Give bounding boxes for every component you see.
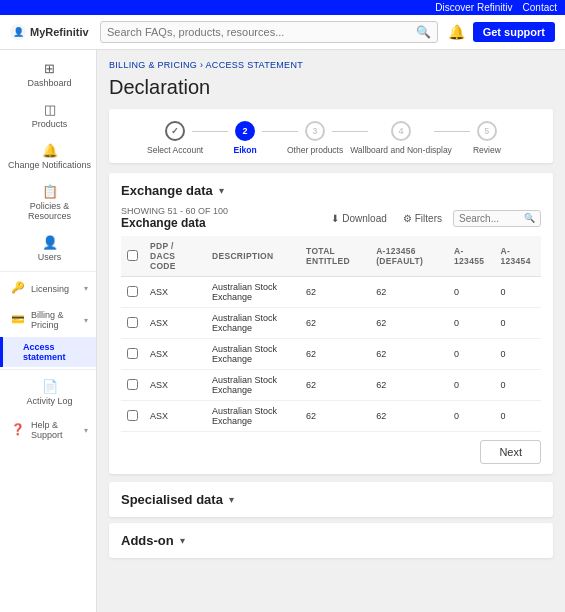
table-search[interactable]: 🔍 <box>453 210 541 227</box>
exchange-data-card: Exchange data ▾ SHOWING 51 - 60 OF 100 E… <box>109 173 553 474</box>
download-button[interactable]: ⬇ Download <box>326 211 391 226</box>
row-checkbox[interactable] <box>127 379 138 390</box>
select-all-checkbox[interactable] <box>127 250 138 261</box>
sidebar-item-change-notifications[interactable]: 🔔 Change Notifications <box>0 136 96 177</box>
table-row: ASX Australian Stock Exchange 62 62 0 0 <box>121 308 541 339</box>
th-col3: A-123454 <box>495 236 541 277</box>
exchange-section-title: Exchange data <box>121 183 213 198</box>
sidebar: ⊞ Dashboard ◫ Products 🔔 Change Notifica… <box>0 50 97 612</box>
sidebar-subitem-label: Access statement <box>23 342 66 362</box>
search-icon: 🔍 <box>524 213 535 223</box>
specialised-title: Specialised data <box>121 492 223 507</box>
sidebar-item-billing[interactable]: 💳 Billing & Pricing ▾ <box>0 303 96 337</box>
row-code: ASX <box>144 277 206 308</box>
addons-section[interactable]: Adds-on ▾ <box>109 523 553 558</box>
toolbar-left: SHOWING 51 - 60 OF 100 Exchange data <box>121 206 228 230</box>
table-title: Exchange data <box>121 216 228 230</box>
row-col1: 62 <box>370 308 448 339</box>
row-checkbox-cell <box>121 339 144 370</box>
exchange-dropdown-icon[interactable]: ▾ <box>219 185 224 196</box>
activity-icon: 📄 <box>42 379 58 394</box>
sidebar-item-label: Activity Log <box>26 396 72 406</box>
sidebar-item-label: Licensing <box>31 284 84 294</box>
layout: ⊞ Dashboard ◫ Products 🔔 Change Notifica… <box>0 50 565 612</box>
users-icon: 👤 <box>42 235 58 250</box>
row-col3: 0 <box>495 339 541 370</box>
sidebar-item-help[interactable]: ❓ Help & Support ▾ <box>0 413 96 447</box>
sidebar-item-access-statement[interactable]: Access statement <box>0 337 96 367</box>
step-circle-todo: 4 <box>391 121 411 141</box>
search-bar[interactable]: 🔍 <box>100 21 438 43</box>
row-description: Australian Stock Exchange <box>206 277 300 308</box>
billing-icon: 💳 <box>11 313 25 326</box>
step-circle-todo: 3 <box>305 121 325 141</box>
logo-area: 👤 MyRefinitiv <box>10 24 90 40</box>
step-label: Wallboard and Non-display <box>350 145 452 155</box>
sidebar-item-label: Dashboard <box>27 78 71 88</box>
sidebar-item-licensing[interactable]: 🔑 Licensing ▾ <box>0 274 96 303</box>
row-checkbox[interactable] <box>127 410 138 421</box>
contact-link[interactable]: Contact <box>523 2 557 13</box>
table-row: ASX Australian Stock Exchange 62 62 0 0 <box>121 401 541 432</box>
row-checkbox[interactable] <box>127 317 138 328</box>
step-select-account: ✓ Select Account <box>140 121 210 155</box>
row-col1: 62 <box>370 339 448 370</box>
table-search-input[interactable] <box>459 213 524 224</box>
header: 👤 MyRefinitiv 🔍 🔔 Get support <box>0 15 565 50</box>
sidebar-item-label: Billing & Pricing <box>31 310 84 330</box>
user-icon: 👤 <box>10 24 26 40</box>
row-col2: 0 <box>448 401 494 432</box>
filters-button[interactable]: ⚙ Filters <box>398 211 447 226</box>
breadcrumb-access: ACCESS STATEMENT <box>206 60 303 70</box>
addons-title: Adds-on <box>121 533 174 548</box>
sidebar-item-label: Policies & Resources <box>7 201 92 221</box>
sidebar-item-policies[interactable]: 📋 Policies & Resources <box>0 177 96 228</box>
sidebar-item-activity-log[interactable]: 📄 Activity Log <box>0 372 96 413</box>
row-col2: 0 <box>448 308 494 339</box>
notification-bell[interactable]: 🔔 <box>448 24 465 40</box>
next-button[interactable]: Next <box>480 440 541 464</box>
th-total: TOTAL ENTITLED <box>300 236 370 277</box>
sidebar-item-label: Change Notifications <box>8 160 91 170</box>
row-code: ASX <box>144 370 206 401</box>
step-circle-todo: 5 <box>477 121 497 141</box>
licensing-icon: 🔑 <box>11 281 25 294</box>
steps-wizard: ✓ Select Account 2 Eikon 3 Other product… <box>109 109 553 163</box>
discover-link[interactable]: Discover Refinitiv <box>435 2 512 13</box>
sidebar-item-dashboard[interactable]: ⊞ Dashboard <box>0 54 96 95</box>
row-code: ASX <box>144 339 206 370</box>
search-input[interactable] <box>107 26 416 38</box>
sidebar-item-label: Products <box>32 119 68 129</box>
row-checkbox-cell <box>121 277 144 308</box>
specialised-data-section[interactable]: Specialised data ▾ <box>109 482 553 517</box>
th-col1: A-123456 (DEFAULT) <box>370 236 448 277</box>
chevron-down-icon: ▾ <box>84 316 88 325</box>
main-content: BILLING & PRICING › ACCESS STATEMENT Dec… <box>97 50 565 612</box>
table-row: ASX Australian Stock Exchange 62 62 0 0 <box>121 277 541 308</box>
row-col2: 0 <box>448 277 494 308</box>
row-col1: 62 <box>370 401 448 432</box>
policies-icon: 📋 <box>42 184 58 199</box>
sidebar-item-products[interactable]: ◫ Products <box>0 95 96 136</box>
row-checkbox[interactable] <box>127 286 138 297</box>
row-checkbox[interactable] <box>127 348 138 359</box>
step-label: Eikon <box>234 145 257 155</box>
row-checkbox-cell <box>121 370 144 401</box>
app-logo: MyRefinitiv <box>30 26 89 38</box>
sidebar-item-label: Help & Support <box>31 420 84 440</box>
toolbar-right: ⬇ Download ⚙ Filters 🔍 <box>326 210 541 227</box>
th-checkbox <box>121 236 144 277</box>
step-circle-active: 2 <box>235 121 255 141</box>
th-pdp: PDP / DACS CODE <box>144 236 206 277</box>
sidebar-item-users[interactable]: 👤 Users <box>0 228 96 269</box>
next-row: Next <box>121 440 541 464</box>
support-button[interactable]: Get support <box>473 22 555 42</box>
step-other-products: 3 Other products <box>280 121 350 155</box>
dashboard-icon: ⊞ <box>44 61 55 76</box>
step-eikon: 2 Eikon <box>210 121 280 155</box>
filters-label: Filters <box>415 213 442 224</box>
row-description: Australian Stock Exchange <box>206 339 300 370</box>
row-code: ASX <box>144 401 206 432</box>
page-title: Declaration <box>109 76 553 99</box>
sidebar-item-label: Users <box>38 252 62 262</box>
